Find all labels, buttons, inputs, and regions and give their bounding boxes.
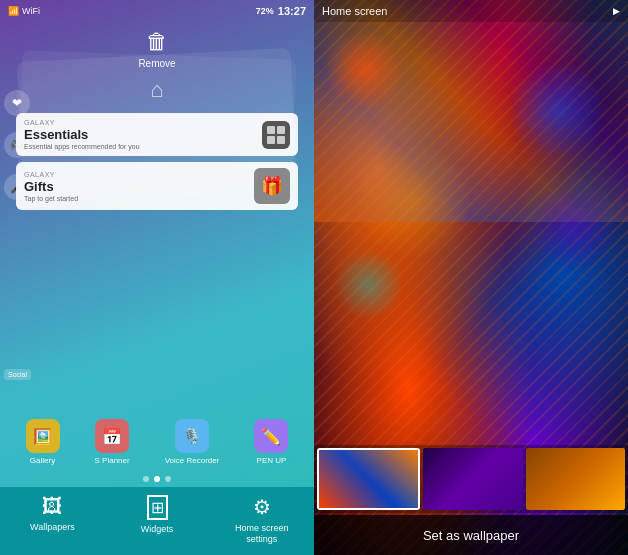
essentials-desc: Essential apps recommended for you: [24, 143, 262, 150]
signal-icon: 📶: [8, 6, 19, 16]
home-icon: ⌂: [150, 77, 163, 103]
wifi-icon: WiFi: [22, 6, 40, 16]
right-panel: Home screen ▶ Set as wallpaper: [314, 0, 628, 555]
gallery-app[interactable]: 🖼️ Gallery: [26, 419, 60, 465]
voice-recorder-label: Voice Recorder: [165, 456, 220, 465]
essentials-brand: GALAXY: [24, 119, 262, 126]
gifts-title: Gifts: [24, 179, 254, 194]
penup-label: PEN UP: [257, 456, 287, 465]
essentials-icon: [262, 121, 290, 149]
right-screen-title: Home screen: [322, 5, 387, 17]
page-dot-1[interactable]: [143, 476, 149, 482]
voice-recorder-app[interactable]: 🎙️ Voice Recorder: [165, 419, 220, 465]
trash-icon: 🗑: [143, 28, 171, 56]
gifts-icon: 🎁: [254, 168, 290, 204]
voice-recorder-icon: 🎙️: [175, 419, 209, 453]
widgets-icon: ⊞: [147, 495, 168, 520]
action-bar: 🖼 Wallpapers ⊞ Widgets ⚙ Home screensett…: [0, 487, 314, 555]
gifts-card[interactable]: GALAXY Gifts Tap to get started 🎁: [16, 162, 298, 210]
settings-icon: ⚙: [253, 495, 271, 519]
widgets-action[interactable]: ⊞ Widgets: [105, 495, 210, 545]
remove-button[interactable]: 🗑 Remove: [0, 22, 314, 73]
essentials-text: GALAXY Essentials Essential apps recomme…: [24, 119, 262, 150]
color-splash-1: [324, 30, 404, 110]
set-wallpaper-label: Set as wallpaper: [423, 528, 519, 543]
status-bar-right: 72% 13:27: [256, 5, 306, 17]
remove-label: Remove: [138, 58, 175, 69]
wallpapers-icon: 🖼: [42, 495, 62, 518]
color-splash-5: [334, 250, 404, 320]
gifts-text: GALAXY Gifts Tap to get started: [24, 171, 254, 202]
page-dot-2[interactable]: [154, 476, 160, 482]
social-label: Social: [4, 369, 31, 380]
wallpaper-thumb-2[interactable]: [423, 448, 522, 510]
app-cards: GALAXY Essentials Essential apps recomme…: [0, 109, 314, 415]
battery-icon: 72%: [256, 6, 274, 16]
app-row: 🖼️ Gallery 📅 S Planner 🎙️ Voice Recorder…: [0, 415, 314, 471]
right-status-bar: Home screen ▶: [314, 0, 628, 22]
status-bar: 📶 WiFi 72% 13:27: [0, 0, 314, 22]
home-area: ⌂: [0, 73, 314, 109]
widgets-label: Widgets: [141, 524, 174, 535]
wallpaper-thumbs: [314, 445, 628, 513]
splanner-app[interactable]: 📅 S Planner: [95, 419, 130, 465]
penup-icon: ✏️: [254, 419, 288, 453]
gifts-brand: GALAXY: [24, 171, 254, 178]
page-dot-3[interactable]: [165, 476, 171, 482]
gifts-desc: Tap to get started: [24, 195, 254, 202]
right-signal-icon: ▶: [613, 6, 620, 16]
color-splash-4: [528, 180, 618, 270]
color-splash-3: [354, 140, 474, 260]
wallpaper-thumb-3[interactable]: [526, 448, 625, 510]
status-time: 13:27: [278, 5, 306, 17]
left-panel: 📶 WiFi 72% 13:27 🗑 Remove ⌂ ❤ 🎮 🎤 GALAXY…: [0, 0, 314, 555]
gallery-label: Gallery: [30, 456, 55, 465]
homescreen-settings-label: Home screensettings: [235, 523, 289, 545]
color-splash-2: [508, 60, 608, 160]
wallpapers-label: Wallpapers: [30, 522, 75, 533]
wallpaper-thumb-1[interactable]: [317, 448, 420, 510]
homescreen-settings-action[interactable]: ⚙ Home screensettings: [209, 495, 314, 545]
wallpapers-action[interactable]: 🖼 Wallpapers: [0, 495, 105, 545]
essentials-card[interactable]: GALAXY Essentials Essential apps recomme…: [16, 113, 298, 156]
status-bar-left: 📶 WiFi: [8, 6, 40, 16]
splanner-icon: 📅: [95, 419, 129, 453]
essentials-title: Essentials: [24, 127, 262, 142]
splanner-label: S Planner: [95, 456, 130, 465]
gallery-icon: 🖼️: [26, 419, 60, 453]
page-dots: [0, 471, 314, 487]
set-wallpaper-button[interactable]: Set as wallpaper: [314, 515, 628, 555]
penup-app[interactable]: ✏️ PEN UP: [254, 419, 288, 465]
